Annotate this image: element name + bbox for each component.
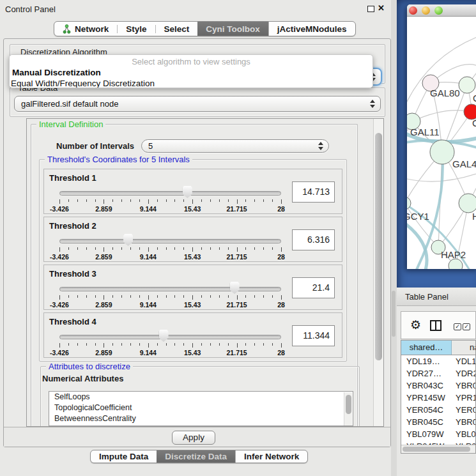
slider-tick [139,199,140,202]
slider-thumb[interactable] [159,330,169,342]
threshold-value-field[interactable]: 11.344 [292,325,335,346]
checkbox-checked-icon[interactable]: ✓ [463,323,470,330]
slider-tick [192,343,193,348]
float-window-icon[interactable] [367,6,374,12]
slider-tick [219,295,220,298]
slider-thumb[interactable] [123,234,133,246]
slider-track[interactable] [59,335,281,339]
network-node[interactable] [430,140,454,164]
slider-tick [121,343,122,346]
list-scrollbar[interactable] [344,392,352,426]
slider-tick [157,295,158,298]
table-header-row: shared… na [401,341,476,355]
node-attribute-table: shared… na YDL19…YDL1…YDR27…YDR2…YBR043C… [401,340,476,454]
network-node-label: H [472,211,476,222]
numerical-attributes-list[interactable]: SelfLoops TopologicalCoefficient Between… [49,391,353,426]
slider-tick [112,343,113,346]
tab-cyni-toolbox[interactable]: Cyni Toolbox [197,22,268,36]
table-row[interactable]: YBR043CYBR0… [401,380,476,392]
cell-name[interactable]: YDR2… [452,367,476,380]
slider-track[interactable] [59,287,281,291]
slider-tick [148,343,149,348]
table-row[interactable]: YPR145WYPR1… [401,392,476,404]
cell-shared-name[interactable]: YBL079W [401,428,452,440]
tab-jactivemnodules[interactable]: jActiveMNodules [268,22,355,36]
tab-infer-network[interactable]: Infer Network [236,450,307,463]
network-window[interactable]: GAL80GACGAL11GAL4GCY1HHAP2 [407,4,476,269]
slider-track[interactable] [59,239,281,243]
checkbox-checked-icon[interactable]: ✓ [454,323,461,330]
list-item[interactable]: TopologicalCoefficient [49,403,353,413]
slider-tick [263,247,264,250]
network-node[interactable] [459,194,476,213]
slider-tick [183,295,184,298]
threshold-value-field[interactable]: 21.4 [292,277,335,298]
slider-tick [95,343,96,346]
close-icon[interactable]: ✕ [378,3,385,13]
tab-discretize-data[interactable]: Discretize Data [157,450,235,463]
dropdown-option-manual[interactable]: Manual Discretization [12,68,101,77]
cell-shared-name[interactable]: YPR145W [401,392,452,404]
cell-shared-name[interactable]: YDR27… [401,367,452,380]
threshold-value-field[interactable]: 6.316 [292,229,335,250]
network-edge[interactable] [412,111,472,121]
tab-network[interactable]: Network [54,22,117,36]
cell-shared-name[interactable]: YER054C [401,404,452,416]
apply-button[interactable]: Apply [172,431,215,445]
slider-thumb[interactable] [230,282,240,294]
minimize-traffic-light-icon[interactable] [422,6,430,15]
tab-style[interactable]: Style [118,22,155,36]
scrollbar-thumb[interactable] [375,133,382,360]
cell-name[interactable]: YDL1… [452,355,476,367]
table-row[interactable]: YER054CYER0… [401,404,476,416]
columns-icon[interactable] [430,320,441,331]
number-of-intervals-value: 5 [142,141,318,151]
scrollbar-thumb[interactable] [346,395,351,414]
cell-shared-name[interactable]: YBR045C [401,416,452,428]
slider-thumb[interactable] [183,186,192,198]
zoom-traffic-light-icon[interactable] [434,6,443,15]
table-row[interactable]: YDL19…YDL1… [401,355,476,367]
table-row[interactable]: YBR045CYBR0… [401,416,476,428]
column-header-name[interactable]: na [452,341,476,355]
cell-name[interactable]: YPR1… [452,392,476,404]
dropdown-option-equal-width[interactable]: Equal Width/Frequency Discretization [11,79,155,88]
tab-impute-data-label: Impute Data [99,452,148,461]
horizontal-scrollbar[interactable] [401,445,475,453]
close-traffic-light-icon[interactable] [409,6,417,15]
table-row[interactable]: YBL079WYBL0… [401,428,476,440]
divider-handle[interactable] [392,291,395,337]
cell-shared-name[interactable]: YBR043C [401,380,452,392]
cell-shared-name[interactable]: YDL19… [401,355,452,367]
table-data-combobox-value: galFiltered.sif default node [15,99,369,109]
column-header-shared-name[interactable]: shared… [401,341,452,355]
network-graph-canvas[interactable]: GAL80GACGAL11GAL4GCY1HHAP2 [407,17,476,269]
cell-name[interactable]: YBR0… [452,380,476,392]
cell-name[interactable]: YBL0… [452,428,476,440]
cell-name[interactable]: YBR0… [452,416,476,428]
slider-tick [59,199,60,204]
table-row[interactable]: YDR27…YDR2… [401,367,476,380]
slider-tick [272,199,273,202]
cell-name[interactable]: YER0… [452,404,476,416]
slider-tick [228,295,229,298]
threshold-value-field[interactable]: 14.713 [292,181,335,203]
slider-track[interactable] [59,191,281,196]
list-item[interactable]: BetweennessCentrality [49,413,353,424]
panel-title: Control Panel [5,4,56,14]
network-node[interactable] [459,77,475,93]
slider-tick [183,247,184,250]
gear-icon[interactable]: ⚙ [410,318,421,333]
network-window-titlebar[interactable] [407,4,476,17]
vertical-scrollbar[interactable] [373,119,383,426]
panel-divider[interactable] [391,0,397,476]
tab-select[interactable]: Select [156,22,198,36]
slider-tick [121,247,122,250]
tab-impute-data[interactable]: Impute Data [91,450,157,463]
scrollbar-thumb[interactable] [403,447,470,452]
list-item[interactable]: SelfLoops [49,392,353,403]
table-data-combobox[interactable]: galFiltered.sif default node [14,96,381,112]
number-of-intervals-combobox[interactable]: 5 [141,139,329,153]
network-edge-highlighted[interactable] [407,221,427,269]
network-edge[interactable] [407,35,476,112]
